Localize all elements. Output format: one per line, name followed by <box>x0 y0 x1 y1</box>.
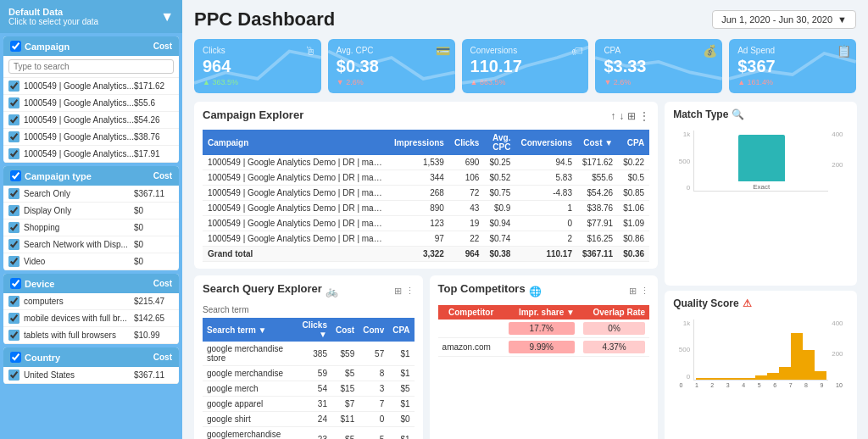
sidebar-header[interactable]: Default Data Click to select your data ▼ <box>0 0 182 33</box>
campaign-search[interactable] <box>3 56 179 78</box>
exact-bar <box>738 135 785 181</box>
sidebar-section-header-country[interactable]: Country Cost <box>3 347 179 367</box>
list-item[interactable]: Display Only$0 <box>3 203 179 220</box>
table-row[interactable]: 1000549 | Google Analytics Demo | DR | m… <box>203 201 649 216</box>
table-row[interactable]: 1000549 | Google Analytics Demo | DR | m… <box>203 170 649 186</box>
competitors-toolbar: ⊞ ⋮ <box>629 286 649 297</box>
col-overlap-rate[interactable]: Overlap Rate <box>579 305 649 320</box>
cell-impressions: 890 <box>389 201 449 216</box>
kpi-card-conversions: 🏷 Conversions 110.17 ▲ 863.5% <box>462 39 589 93</box>
cell-campaign: 1000549 | Google Analytics Demo | DR | m… <box>203 186 389 201</box>
cell-cost: $77.91 <box>577 216 618 231</box>
competitors-table: Competitor Impr. share ▼ Overlap Rate 17… <box>438 305 650 357</box>
col-conversions[interactable]: Conversions <box>515 130 577 155</box>
sq-header: Search Query Explorer 🚲 ⊞ ⋮ <box>203 282 415 300</box>
top-competitors: Top Competitors 🌐 ⊞ ⋮ Competitor Imp <box>430 275 659 439</box>
quality-score-panel: Quality Score ⚠ 1k 500 0 <box>665 291 857 440</box>
cell-cost: $171.62 <box>577 155 618 170</box>
upload-icon[interactable]: ↑ <box>610 110 615 122</box>
cell-conversions: 2 <box>515 231 577 247</box>
table-row[interactable]: 1000549 | Google Analytics Demo | DR | m… <box>203 216 649 231</box>
col-competitor[interactable]: Competitor <box>438 305 504 320</box>
list-item[interactable]: 1000549 | Google Analytics...$55.6 <box>3 95 179 112</box>
campaign-type-section-checkbox[interactable] <box>10 170 21 181</box>
grid-icon[interactable]: ⊞ <box>627 110 636 122</box>
sq-col-cost[interactable]: Cost <box>331 318 359 342</box>
more-icon[interactable]: ⋮ <box>405 286 415 297</box>
table-row[interactable]: google merchandise59$58$1 <box>203 366 415 381</box>
sidebar-subtitle: Click to select your data <box>8 17 98 26</box>
list-item[interactable]: Search Network with Disp...$0 <box>3 236 179 253</box>
match-type-chart: 1k 500 0 Exact 400 200 <box>673 124 849 192</box>
list-item[interactable]: tablets with full browsers$10.99 <box>3 327 179 344</box>
more-icon[interactable]: ⋮ <box>640 286 649 297</box>
table-row[interactable]: google merch54$153$5 <box>203 381 415 397</box>
cell-cost: $16.25 <box>577 231 618 247</box>
cell-avg-cpc: $0.9 <box>484 201 515 216</box>
cell-campaign: 1000549 | Google Analytics Demo | DR | m… <box>203 155 389 170</box>
cell-conversions: 0 <box>515 216 577 231</box>
qs-bar-3 <box>732 378 743 380</box>
sq-col-term[interactable]: Search term ▼ <box>203 318 294 342</box>
table-row[interactable]: googlemerchandise store23$55$1 <box>203 427 415 440</box>
sq-col-conv[interactable]: Conv <box>359 318 388 342</box>
kpi-card-avg-cpc: 💳 Avg. CPC $0.38 ▼ 2.6% <box>328 39 455 93</box>
campaign-type-label: Campaign type <box>25 171 92 181</box>
table-row[interactable]: google merchandise store385$5957$1 <box>203 342 415 366</box>
cell-conversions: 1 <box>515 201 577 216</box>
match-type-y2-axis: 400 200 <box>832 131 849 192</box>
date-range-picker[interactable]: Jun 1, 2020 - Jun 30, 2020 ▼ <box>712 10 856 29</box>
expand-icon[interactable]: ⊞ <box>629 286 637 297</box>
campaign-explorer-title: Campaign Explorer <box>203 108 303 121</box>
list-item[interactable]: 1000549 | Google Analytics...$17.91 <box>3 146 179 163</box>
list-item[interactable]: Search Only$367.11 <box>3 186 179 203</box>
col-cpa[interactable]: CPA <box>618 130 649 155</box>
kpi-card-ad-spend: 📋 Ad Spend $367 ▲ 161.4% <box>729 39 856 93</box>
download-icon[interactable]: ↓ <box>619 110 624 122</box>
sq-col-cpa[interactable]: CPA <box>388 318 414 342</box>
device-section-checkbox[interactable] <box>10 278 21 289</box>
table-row[interactable]: amazon.com 9.99% 4.37% <box>438 338 650 357</box>
cell-avg-cpc: $0.74 <box>484 231 515 247</box>
expand-icon[interactable]: ⊞ <box>394 286 402 297</box>
col-impr-share[interactable]: Impr. share ▼ <box>504 305 579 320</box>
campaign-search-input[interactable] <box>8 59 174 74</box>
col-impressions[interactable]: Impressions <box>389 130 449 155</box>
table-row[interactable]: 1000549 | Google Analytics Demo | DR | m… <box>203 186 649 201</box>
list-item[interactable]: United States$367.11 <box>3 367 179 384</box>
list-item[interactable]: 1000549 | Google Analytics...$38.76 <box>3 129 179 146</box>
ad-spend-sparkline <box>729 41 856 93</box>
list-item[interactable]: Shopping$0 <box>3 220 179 236</box>
sidebar-section-header-campaign-type[interactable]: Campaign type Cost <box>3 166 179 186</box>
qs-bar-2 <box>720 378 732 380</box>
qs-bar-6 <box>767 373 779 380</box>
qs-y-axis: 1k 500 0 <box>673 320 690 381</box>
col-cost[interactable]: Cost ▼ <box>577 130 618 155</box>
list-item[interactable]: Video$0 <box>3 253 179 270</box>
table-row[interactable]: 1000549 | Google Analytics Demo | DR | m… <box>203 231 649 247</box>
cell-clicks: 690 <box>449 155 484 170</box>
cell-cpa: $0.85 <box>618 186 649 201</box>
campaign-section-checkbox[interactable] <box>10 41 21 52</box>
sq-table: Search term ▼ Clicks ▼ Cost Conv CPA goo… <box>203 318 415 439</box>
overlap-cell: 0% <box>583 322 645 335</box>
list-item[interactable]: 1000549 | Google Analytics...$171.62 <box>3 78 179 95</box>
date-range-text: Jun 1, 2020 - Jun 30, 2020 <box>721 14 832 25</box>
exact-label: Exact <box>753 183 770 191</box>
country-section-checkbox[interactable] <box>10 352 21 363</box>
table-row[interactable]: 1000549 | Google Analytics Demo | DR | m… <box>203 155 649 170</box>
table-row[interactable]: google shirt24$110$0 <box>203 412 415 427</box>
list-item[interactable]: computers$215.47 <box>3 293 179 310</box>
list-item[interactable]: 1000549 | Google Analytics...$54.26 <box>3 112 179 129</box>
col-clicks[interactable]: Clicks <box>449 130 484 155</box>
list-item[interactable]: mobile devices with full br...$142.65 <box>3 310 179 327</box>
sidebar-section-header-campaign[interactable]: Campaign Cost <box>3 36 179 56</box>
sidebar-section-header-device[interactable]: Device Cost <box>3 274 179 293</box>
right-column: Match Type 🔍 1k 500 0 Exact <box>665 102 857 439</box>
table-row[interactable]: google apparel31$77$1 <box>203 397 415 412</box>
more-options-icon[interactable]: ⋮ <box>639 110 649 122</box>
col-avg-cpc[interactable]: Avg. CPC <box>484 130 515 155</box>
table-row[interactable]: 17.7% 0% <box>438 320 650 338</box>
col-campaign[interactable]: Campaign <box>203 130 389 155</box>
sq-col-clicks[interactable]: Clicks ▼ <box>294 318 331 342</box>
